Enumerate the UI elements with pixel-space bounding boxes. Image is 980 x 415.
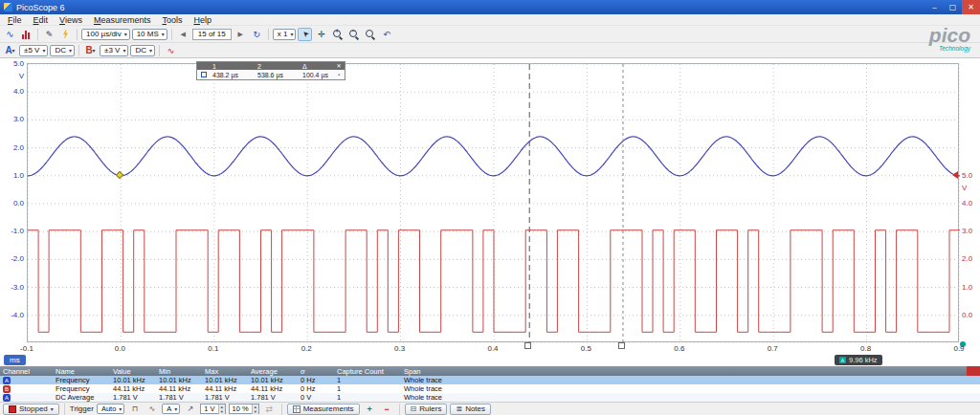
properties-button[interactable]: ✎ [42,28,56,41]
zoom-in-button[interactable]: + [330,28,345,41]
col-max[interactable]: Max [202,367,248,376]
delete-measurement-button[interactable]: − [380,403,394,415]
measurement-row[interactable]: A DC Average 1.781 V 1.781 V 1.781 V 1.7… [0,393,980,402]
measurement-value: 44.11 kHz [110,384,156,393]
channel-a-button[interactable]: A ▾ [3,44,17,57]
rapid-trigger-button[interactable]: ⇄ [262,403,277,415]
stepper-arrows[interactable]: ▲▼ [252,404,258,414]
menu-bar: File Edit Views Measurements Tools Help [0,14,980,26]
measurement-row[interactable]: A Frequency 10.01 kHz 10.01 kHz 10.01 kH… [0,376,980,384]
minimize-button[interactable]: – [925,0,944,14]
x-axis-label: 0.0 [107,344,132,353]
col-channel[interactable]: Channel [0,367,53,376]
scope-view-button[interactable]: ∿ [3,28,17,41]
marquee-zoom-button[interactable] [363,28,377,41]
scope-plot[interactable] [27,63,959,342]
col-min[interactable]: Min [156,367,202,376]
awg-button[interactable]: ∿ [164,44,178,57]
pretrigger-stepper[interactable]: 10 % ▲▼ [229,404,259,414]
spectrum-view-button[interactable] [19,28,33,41]
signal-generator-button[interactable] [58,28,73,41]
y-axis-a-label: 3.0 [0,115,24,123]
channel-b-range-select[interactable]: ±3 V ▾ [100,45,128,56]
channel-b-button[interactable]: B ▾ [83,44,98,57]
ruler-legend[interactable]: 1 2 Δ ✕ 438.2 µs 538.6 µs 100.4 µs ▪ [196,61,345,80]
stepper-arrows[interactable]: ▲▼ [218,404,225,414]
menu-item-edit[interactable]: Edit [28,15,55,25]
measurement-row[interactable]: B Frequency 44.11 kHz 44.11 kHz 44.11 kH… [0,384,980,393]
add-measurement-button[interactable]: + [363,403,377,415]
y-axis-a-label: 2.0 [0,143,24,152]
chevron-down-icon: ▾ [12,47,15,54]
measurement-sigma: 0 Hz [298,384,334,393]
col-value[interactable]: Value [110,367,156,376]
notes-button[interactable]: ≣ Notes [450,404,491,415]
run-stop-button[interactable]: Stopped ▾ [3,404,59,415]
buffer-navigator-button[interactable]: ↻ [250,28,264,41]
channel-b-range-value: ±3 V [104,46,120,55]
edge-trigger-button[interactable]: ⊓ [127,403,142,415]
col-average[interactable]: Average [248,367,298,376]
pointer-tool-button[interactable]: ➤ [298,28,312,41]
measurement-capture-count: 1 [334,384,401,393]
picoscope-window: PicoScope 6 – ▢ ✕ File Edit Views Measur… [0,0,980,415]
menu-item-file[interactable]: File [2,15,28,25]
x-axis-label: 0.1 [201,344,226,353]
trigger-level-stepper[interactable]: 1 V ▲▼ [200,404,225,414]
y-axis-a-label: 1.0 [0,171,24,180]
notes-button-label: Notes [465,404,485,413]
zoom-out-button[interactable]: − [346,28,361,41]
samples-select[interactable]: 10 MS ▾ [132,29,167,40]
trigger-mode-select[interactable]: Auto ▾ [97,404,124,414]
col-span[interactable]: Span [401,367,980,376]
pointer-icon: ➤ [300,29,310,39]
y-axis-a-label: 0.0 [0,199,24,208]
notes-icon: ≣ [456,404,462,413]
channel-a-coupling-select[interactable]: DC ▾ [50,45,75,56]
next-buffer-button[interactable]: ▶ [234,28,248,41]
time-unit-tag[interactable]: ms [4,355,26,365]
time-ruler-handle-2[interactable] [618,342,625,349]
trigger-channel-select[interactable]: A ▾ [162,404,180,414]
rulers-button[interactable]: ⊟ Rulers [405,404,448,415]
measurement-capture-count: 1 [334,376,401,384]
y-axis-a-label: 4.0 [0,87,24,96]
prev-buffer-button[interactable]: ◀ [176,28,190,41]
x-axis-label: 0.8 [854,344,879,353]
rising-edge-button[interactable]: ↗ [183,403,197,415]
advanced-trigger-button[interactable]: ∿ [145,403,159,415]
channel-a-range-select[interactable]: ±5 V ▾ [19,45,48,56]
zoom-select[interactable]: x 1 ▾ [273,29,297,40]
swap-icon: ⇄ [265,404,273,414]
pan-tool-button[interactable]: ✛ [314,28,328,41]
measurement-span: Whole trace [401,393,980,402]
y-axis-a-label: -3.0 [0,283,24,292]
lock-icon[interactable]: ▪ [333,72,345,77]
capture-status: Stopped [19,404,48,413]
y-axis-a-unit: V [0,72,24,80]
ruler-col-delta: Δ [301,63,333,70]
measurement-sigma: 0 V [298,393,334,402]
channel-b-coupling-select[interactable]: DC ▾ [130,45,155,56]
time-ruler-handle-1[interactable] [524,342,531,349]
menu-item-measurements[interactable]: Measurements [88,15,157,25]
menu-item-tools[interactable]: Tools [156,15,188,25]
trigger-level-value: 1 V [204,404,214,413]
timebase-select[interactable]: 100 µs/div ▾ [81,29,130,40]
undo-zoom-button[interactable]: ↶ [379,28,393,41]
col-name[interactable]: Name [53,367,110,376]
chevron-down-icon: ▾ [122,47,125,54]
prev-icon: ◀ [181,31,186,38]
table-scroll-indicator[interactable] [967,366,980,376]
x-axis-label: 0.3 [388,344,412,353]
measurements-button[interactable]: Measurements [287,404,360,415]
menu-item-help[interactable]: Help [188,15,217,25]
col-capture-count[interactable]: Capture Count [334,367,401,376]
maximize-button[interactable]: ▢ [944,0,962,14]
col-sigma[interactable]: σ [298,367,334,376]
close-button[interactable]: ✕ [962,0,980,14]
timebase-value: 100 µs/div [86,30,122,38]
chevron-down-icon: ▾ [51,405,54,412]
ruler-legend-close-icon[interactable]: ✕ [333,63,345,69]
menu-item-views[interactable]: Views [54,15,88,25]
